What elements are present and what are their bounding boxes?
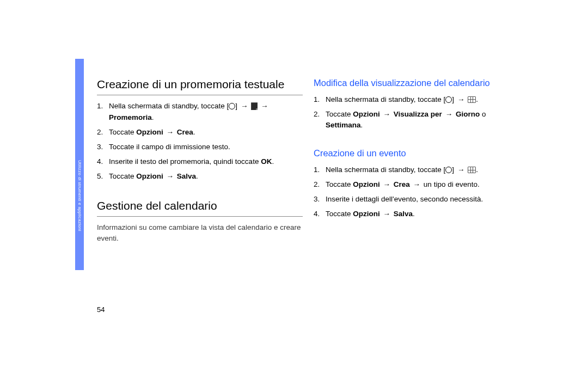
subheading-create-event: Creazione di un evento (314, 148, 519, 159)
step-text: . (272, 157, 274, 166)
step-item: Toccate Opzioni → Crea. (97, 127, 303, 138)
home-icon (445, 96, 452, 103)
step-bold: Promemoria (109, 113, 152, 121)
steps-create-text-memo: Nella schermata di standby, toccate [] →… (97, 101, 303, 182)
arrow-icon: → (444, 110, 454, 118)
step-text (380, 110, 382, 118)
step-text (163, 128, 166, 136)
arrow-icon: → (456, 95, 466, 103)
step-text: . (476, 166, 478, 174)
step-text: ] (452, 166, 456, 174)
step-text: o (480, 110, 486, 118)
heading-create-text-memo: Creazione di un promemoria testuale (97, 77, 303, 95)
step-text: Nella schermata di standby, toccate [ (326, 95, 445, 103)
step-item: Inserite i dettagli dell'evento, secondo… (314, 194, 519, 205)
intro-text: Informazioni su come cambiare la vista d… (97, 222, 303, 243)
step-item: Toccate il campo di immissione testo. (97, 142, 303, 153)
step-text: . (152, 113, 154, 121)
step-text: Inserite il testo del promemoria, quindi… (109, 157, 261, 166)
step-text: Toccate (326, 180, 353, 188)
steps-change-calendar-view: Nella schermata di standby, toccate [] →… (314, 94, 519, 132)
step-text: un tipo di evento. (421, 180, 480, 188)
step-text: Toccate (326, 110, 353, 118)
step-bold: Opzioni (136, 172, 163, 180)
home-icon (445, 167, 452, 173)
step-text: Toccate (326, 210, 353, 218)
arrow-icon: → (166, 128, 175, 136)
step-bold: Opzioni (353, 180, 380, 188)
page-number: 54 (97, 305, 105, 314)
calendar-icon (468, 96, 476, 103)
arrow-icon: → (382, 210, 392, 218)
step-bold: Opzioni (353, 110, 380, 118)
step-text: Toccate (109, 128, 136, 136)
page-content: Creazione di un promemoria testuale Nell… (75, 59, 519, 320)
column-left: Creazione di un promemoria testuale Nell… (97, 59, 303, 247)
arrow-icon: → (382, 180, 392, 188)
step-text: ] (452, 95, 456, 103)
step-item: Toccate Opzioni → Salva. (97, 171, 303, 182)
step-bold: Settimana (326, 121, 361, 129)
arrow-icon: → (412, 180, 422, 188)
step-bold: Crea (177, 128, 193, 136)
arrow-icon: → (166, 172, 175, 180)
step-text: . (196, 172, 198, 180)
arrow-icon: → (260, 102, 270, 110)
home-icon (229, 103, 235, 109)
step-item: Toccate Opzioni → Visualizza per → Giorn… (314, 109, 519, 132)
note-icon (251, 102, 258, 110)
step-text: . (413, 210, 415, 218)
heading-manage-calendar: Gestione del calendario (97, 199, 303, 217)
step-text: Toccate (109, 172, 136, 180)
step-text (380, 180, 382, 188)
arrow-icon: → (382, 110, 392, 118)
step-bold: Salva (394, 210, 413, 218)
step-item: Toccate Opzioni → Salva. (314, 209, 519, 220)
step-bold: Visualizza per (394, 110, 442, 118)
step-bold: Salva (177, 172, 196, 180)
step-text: . (193, 128, 195, 136)
step-item: Inserite il testo del promemoria, quindi… (97, 156, 303, 168)
arrow-icon: → (456, 166, 466, 174)
step-item: Toccate Opzioni → Crea → un tipo di even… (314, 179, 519, 191)
step-bold: Opzioni (136, 128, 163, 136)
subheading-change-calendar-view: Modifica della visualizzazione del calen… (314, 77, 519, 89)
step-text: Toccate il campo di immissione testo. (109, 143, 230, 151)
step-text: ] (235, 102, 240, 110)
columns: Creazione di un promemoria testuale Nell… (97, 59, 519, 247)
step-item: Nella schermata di standby, toccate [] →… (97, 101, 303, 124)
step-item: Nella schermata di standby, toccate [] →… (314, 94, 519, 106)
calendar-icon (468, 167, 476, 173)
step-text: . (361, 121, 363, 129)
step-text: Nella schermata di standby, toccate [ (109, 102, 229, 110)
step-bold: Opzioni (353, 210, 380, 218)
step-item: Nella schermata di standby, toccate [] →… (314, 164, 519, 176)
step-bold: OK (261, 157, 272, 166)
step-text (380, 210, 382, 218)
step-text: Nella schermata di standby, toccate [ (326, 166, 445, 174)
step-text: . (476, 95, 478, 103)
step-text: Inserite i dettagli dell'evento, secondo… (326, 195, 483, 203)
step-bold: Crea (394, 180, 410, 188)
arrow-icon: → (240, 102, 249, 110)
step-bold: Giorno (456, 110, 480, 118)
step-text (163, 172, 166, 180)
column-right: Modifica della visualizzazione del calen… (314, 59, 519, 247)
steps-create-event: Nella schermata di standby, toccate [] →… (314, 164, 519, 220)
